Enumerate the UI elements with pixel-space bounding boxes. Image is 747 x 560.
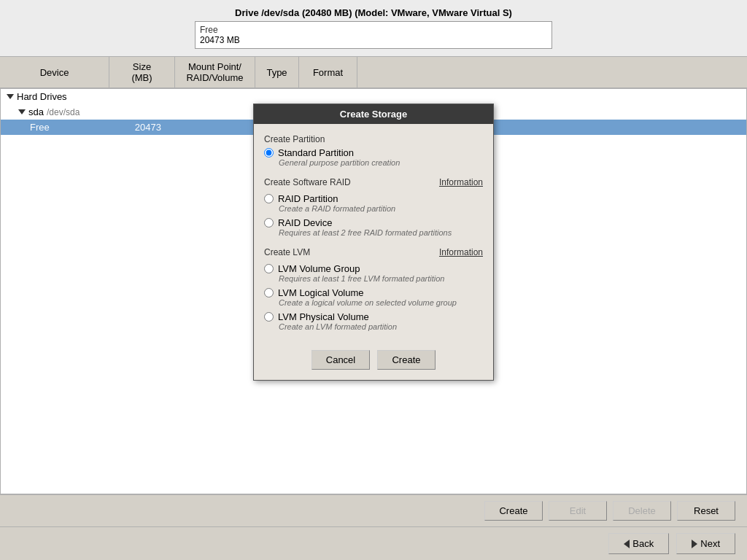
raid-partition-radio[interactable]	[264, 194, 274, 203]
next-label: Next	[700, 538, 720, 549]
lvm-physical-volume-desc: Create an LVM formated partition	[279, 322, 483, 331]
nav-bar: Back Next	[0, 526, 747, 560]
dialog-body: Create Partition Standard Partition Gene…	[254, 124, 493, 343]
raid-device-desc: Requires at least 2 free RAID formated p…	[279, 228, 483, 237]
lvm-volume-group-option[interactable]: LVM Volume Group Requires at least 1 fre…	[264, 263, 483, 283]
lvm-volume-group-label[interactable]: LVM Volume Group	[278, 263, 360, 274]
back-button[interactable]: Back	[608, 533, 669, 554]
drive-free-label: Free	[200, 25, 547, 35]
raid-device-option[interactable]: RAID Device Requires at least 2 free RAI…	[264, 217, 483, 237]
drive-info-box: Drive /dev/sda (20480 MB) (Model: VMware…	[195, 7, 552, 49]
drive-bar: Free 20473 MB	[195, 21, 552, 49]
col-header-format: Format	[299, 57, 357, 88]
back-arrow-icon	[624, 540, 630, 548]
standard-partition-radio[interactable]	[264, 148, 274, 158]
delete-button[interactable]: Delete	[613, 501, 671, 521]
next-button[interactable]: Next	[676, 533, 735, 554]
drive-info-area: Drive /dev/sda (20480 MB) (Model: VMware…	[0, 0, 747, 57]
back-label: Back	[632, 538, 654, 549]
standard-partition-desc: General purpose partition creation	[279, 158, 483, 167]
col-header-size: Size (MB)	[109, 57, 175, 88]
raid-partition-option[interactable]: RAID Partition Create a RAID formated pa…	[264, 193, 483, 213]
raid-device-radio[interactable]	[264, 218, 274, 228]
section-lvm-label: Create LVM	[264, 247, 310, 257]
lvm-logical-volume-label[interactable]: LVM Logical Volume	[278, 287, 364, 298]
drive-title: Drive /dev/sda (20480 MB) (Model: VMware…	[235, 7, 512, 18]
raid-info-link[interactable]: Information	[439, 177, 483, 187]
create-storage-dialog: Create Storage Create Partition Standard…	[253, 104, 494, 381]
lvm-volume-group-desc: Requires at least 1 free LVM formated pa…	[279, 274, 483, 283]
lvm-logical-volume-desc: Create a logical volume on selected volu…	[279, 298, 483, 307]
section-lvm-row: Create LVM Information	[264, 244, 483, 260]
standard-partition-option[interactable]: Standard Partition General purpose parti…	[264, 147, 483, 167]
lvm-physical-volume-radio[interactable]	[264, 312, 274, 322]
lvm-physical-volume-label[interactable]: LVM Physical Volume	[278, 311, 369, 322]
main-content: Hard Drives sda /dev/sda Free 20473 Crea…	[0, 88, 747, 494]
col-header-device: Device	[0, 57, 109, 88]
lvm-physical-volume-option[interactable]: LVM Physical Volume Create an LVM format…	[264, 311, 483, 331]
section-raid-label: Create Software RAID	[264, 177, 351, 187]
dialog-buttons: Cancel Create	[254, 343, 493, 380]
table-header: Device Size (MB) Mount Point/ RAID/Volum…	[0, 57, 747, 88]
next-arrow-icon	[692, 540, 697, 548]
col-header-type: Type	[255, 57, 299, 88]
create-button[interactable]: Create	[484, 501, 543, 521]
edit-button[interactable]: Edit	[549, 501, 607, 521]
raid-device-label[interactable]: RAID Device	[278, 217, 332, 228]
section-partition-label: Create Partition	[264, 134, 483, 144]
raid-partition-label[interactable]: RAID Partition	[278, 193, 338, 204]
dialog-title: Create Storage	[254, 104, 493, 124]
dialog-create-button[interactable]: Create	[377, 350, 436, 370]
col-header-mount: Mount Point/ RAID/Volume	[175, 57, 255, 88]
lvm-volume-group-radio[interactable]	[264, 264, 274, 273]
raid-partition-desc: Create a RAID formated partition	[279, 204, 483, 213]
lvm-info-link[interactable]: Information	[439, 247, 483, 257]
lvm-logical-volume-option[interactable]: LVM Logical Volume Create a logical volu…	[264, 287, 483, 307]
dialog-cancel-button[interactable]: Cancel	[311, 350, 370, 370]
dialog-overlay: Create Storage Create Partition Standard…	[1, 89, 746, 494]
section-software-raid-row: Create Software RAID Information	[264, 174, 483, 190]
standard-partition-label[interactable]: Standard Partition	[278, 147, 354, 158]
lvm-logical-volume-radio[interactable]	[264, 288, 274, 298]
reset-button[interactable]: Reset	[677, 501, 735, 521]
bottom-bar: Create Edit Delete Reset	[0, 494, 747, 526]
drive-bar-size: 20473 MB	[200, 35, 547, 45]
